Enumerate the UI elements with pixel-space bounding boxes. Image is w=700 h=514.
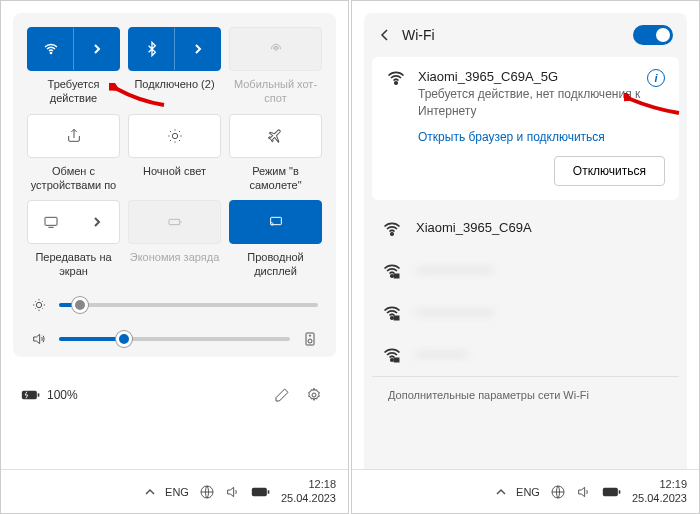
network-item[interactable]: —————— bbox=[364, 250, 687, 292]
network-item[interactable]: —————— bbox=[364, 292, 687, 334]
svg-point-20 bbox=[391, 316, 394, 319]
network-name: Xiaomi_3965_C69A bbox=[416, 220, 532, 235]
bluetooth-icon[interactable] bbox=[129, 28, 175, 70]
network-item[interactable]: Xiaomi_3965_C69A bbox=[364, 208, 687, 250]
network-name: —————— bbox=[416, 262, 494, 277]
nearby-share-tile[interactable] bbox=[27, 114, 120, 158]
network-name: —————— bbox=[416, 304, 494, 319]
audio-output-icon[interactable] bbox=[302, 331, 318, 347]
tray-chevron-icon[interactable] bbox=[145, 488, 155, 496]
open-browser-link[interactable]: Открыть браузер и подключиться bbox=[418, 130, 665, 144]
network-name: Xiaomi_3965_C69A_5G bbox=[418, 69, 665, 84]
speaker-icon bbox=[31, 331, 47, 347]
clock[interactable]: 12:18 25.04.2023 bbox=[281, 478, 336, 504]
wifi-title: Wi-Fi bbox=[402, 27, 623, 43]
wired-display-tile[interactable] bbox=[229, 200, 322, 244]
settings-button[interactable] bbox=[300, 381, 328, 409]
network-name: ———— bbox=[416, 346, 468, 361]
brightness-slider[interactable] bbox=[59, 303, 318, 307]
share-tile-label: Обмен с устройствами по bbox=[27, 164, 120, 193]
chevron-right-icon[interactable] bbox=[175, 28, 220, 70]
svg-point-0 bbox=[50, 52, 51, 53]
tiles-row-3: Передавать на экран Экономия заряда Пров… bbox=[27, 200, 322, 279]
battery-tray-icon[interactable] bbox=[251, 486, 271, 498]
tiles-row-2: Обмен с устройствами по Ночной свет Режи… bbox=[27, 114, 322, 193]
svg-point-9 bbox=[309, 335, 310, 336]
hotspot-tile[interactable] bbox=[229, 27, 322, 71]
wifi-tile[interactable] bbox=[27, 27, 120, 71]
language-indicator[interactable]: ENG bbox=[516, 486, 540, 498]
tray-chevron-icon[interactable] bbox=[496, 488, 506, 496]
wifi-icon[interactable] bbox=[28, 28, 74, 70]
volume-row bbox=[27, 331, 322, 347]
network-tray-icon[interactable] bbox=[550, 484, 566, 500]
wifi-signal-icon bbox=[382, 220, 402, 238]
language-indicator[interactable]: ENG bbox=[165, 486, 189, 498]
wifi-panel: Wi-Fi i Xiaomi_3965_C69A_5G Требуется де… bbox=[351, 0, 700, 514]
cast-tile[interactable] bbox=[27, 200, 120, 244]
svg-rect-5 bbox=[270, 218, 281, 225]
nightlight-tile-label: Ночной свет bbox=[143, 164, 206, 192]
svg-point-12 bbox=[312, 393, 316, 397]
wifi-signal-lock-icon bbox=[382, 346, 402, 364]
battery-saver-tile[interactable] bbox=[128, 200, 221, 244]
volume-slider[interactable] bbox=[59, 337, 290, 341]
battery-saver-label: Экономия заряда bbox=[130, 250, 220, 278]
taskbar: ENG 12:19 25.04.2023 bbox=[352, 469, 699, 513]
bluetooth-tile[interactable] bbox=[128, 27, 221, 71]
airplane-tile[interactable] bbox=[229, 114, 322, 158]
share-icon bbox=[66, 128, 82, 144]
svg-rect-14 bbox=[252, 487, 267, 495]
wifi-header: Wi-Fi bbox=[364, 13, 687, 57]
night-light-tile[interactable] bbox=[128, 114, 221, 158]
svg-rect-11 bbox=[38, 393, 40, 396]
tiles-row-1: Требуется действие Подключено (2) Мобиль… bbox=[27, 27, 322, 106]
network-tray-icon[interactable] bbox=[199, 484, 215, 500]
hotspot-icon bbox=[268, 41, 284, 57]
svg-rect-25 bbox=[603, 487, 618, 495]
network-item[interactable]: ———— bbox=[364, 334, 687, 376]
svg-point-2 bbox=[172, 133, 177, 138]
wifi-settings-link[interactable]: Дополнительные параметры сети Wi-Fi bbox=[372, 376, 679, 413]
battery-tray-icon[interactable] bbox=[602, 486, 622, 498]
svg-rect-23 bbox=[395, 358, 399, 361]
display-icon bbox=[268, 214, 284, 230]
brightness-icon bbox=[31, 297, 47, 313]
hotspot-tile-label: Мобильный хот-спот bbox=[229, 77, 322, 106]
svg-point-16 bbox=[395, 82, 398, 85]
svg-point-6 bbox=[36, 302, 41, 307]
clock[interactable]: 12:19 25.04.2023 bbox=[632, 478, 687, 504]
svg-point-8 bbox=[308, 339, 312, 343]
chevron-right-icon[interactable] bbox=[74, 28, 119, 70]
wifi-tile-label: Требуется действие bbox=[27, 77, 120, 106]
svg-rect-26 bbox=[619, 490, 621, 493]
battery-status[interactable]: 100% bbox=[21, 388, 78, 402]
svg-point-1 bbox=[274, 48, 277, 51]
wifi-signal-lock-icon bbox=[382, 304, 402, 322]
info-icon[interactable]: i bbox=[647, 69, 665, 87]
volume-tray-icon[interactable] bbox=[576, 484, 592, 500]
connected-network-card[interactable]: i Xiaomi_3965_C69A_5G Требуется действие… bbox=[372, 57, 679, 200]
bluetooth-tile-label: Подключено (2) bbox=[134, 77, 214, 105]
quick-settings: Требуется действие Подключено (2) Мобиль… bbox=[13, 13, 336, 357]
cast-icon[interactable] bbox=[28, 201, 74, 243]
volume-tray-icon[interactable] bbox=[225, 484, 241, 500]
taskbar: ENG 12:18 25.04.2023 bbox=[1, 469, 348, 513]
svg-point-18 bbox=[391, 274, 394, 277]
chevron-right-icon[interactable] bbox=[74, 201, 119, 243]
edit-button[interactable] bbox=[268, 381, 296, 409]
qs-footer: 100% bbox=[13, 375, 336, 415]
back-button[interactable] bbox=[378, 28, 392, 42]
airplane-icon bbox=[268, 128, 284, 144]
wifi-signal-icon bbox=[386, 69, 406, 87]
svg-rect-21 bbox=[395, 316, 399, 319]
battery-icon bbox=[167, 214, 183, 230]
quick-settings-panel: Требуется действие Подключено (2) Мобиль… bbox=[0, 0, 349, 514]
svg-rect-3 bbox=[45, 218, 57, 226]
svg-rect-15 bbox=[268, 490, 270, 493]
cast-tile-label: Передавать на экран bbox=[27, 250, 120, 279]
wifi-list: Wi-Fi i Xiaomi_3965_C69A_5G Требуется де… bbox=[364, 13, 687, 513]
disconnect-button[interactable]: Отключиться bbox=[554, 156, 665, 186]
brightness-row bbox=[27, 297, 322, 313]
wifi-toggle[interactable] bbox=[633, 25, 673, 45]
